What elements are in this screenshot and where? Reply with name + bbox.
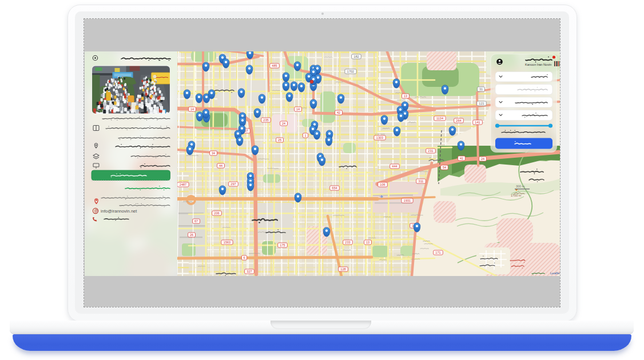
svg-text:1563: 1563 [224,241,230,244]
svg-text:67: 67 [194,219,198,223]
svg-text:1931: 1931 [404,199,411,202]
svg-text:2487: 2487 [180,183,186,186]
svg-text:121: 121 [479,102,484,105]
svg-text:233: 233 [345,241,350,244]
svg-text:13: 13 [404,94,407,98]
svg-text:444: 444 [392,165,397,168]
svg-text:42: 42 [337,111,340,114]
svg-text:206: 206 [214,211,219,215]
svg-text:Leaflet: Leaflet [550,271,560,275]
svg-text:106: 106 [380,183,385,186]
svg-text:@: @ [94,209,98,213]
svg-text:327: 327 [247,270,252,273]
svg-text:264: 264 [456,119,461,122]
svg-text:info@irannovin.net: info@irannovin.net [101,209,137,214]
svg-text:235: 235 [263,118,268,122]
svg-text:231: 231 [428,149,433,153]
svg-text:31: 31 [479,87,483,91]
svg-text:44: 44 [219,164,222,167]
svg-text:311: 311 [419,179,424,183]
svg-text:1700 m: 1700 m [511,194,522,197]
svg-text:128: 128 [340,267,345,271]
svg-text:26: 26 [190,233,193,237]
svg-text:Kanoon Iran Novin: Kanoon Iran Novin [525,63,551,66]
svg-text:34: 34 [212,151,215,155]
svg-text:485: 485 [272,64,277,67]
svg-text:13: 13 [366,241,369,244]
svg-text:41: 41 [460,157,463,160]
svg-text:24: 24 [282,122,285,125]
svg-text:1702: 1702 [347,70,354,73]
svg-text:175: 175 [280,243,285,247]
svg-text:182: 182 [353,55,359,58]
svg-text:1: 1 [304,134,306,137]
svg-text:1134: 1134 [436,117,443,120]
svg-text:171: 171 [435,251,440,254]
svg-text:297: 297 [230,182,236,186]
svg-text:14: 14 [296,107,300,111]
svg-text:25: 25 [278,138,281,142]
svg-text:300 m: 300 m [516,185,525,188]
svg-text:1303: 1303 [376,136,383,139]
svg-text:654: 654 [332,186,337,190]
svg-text:141: 141 [475,121,480,124]
svg-text:24: 24 [481,157,484,161]
svg-text:14: 14 [190,107,194,111]
svg-text:6: 6 [243,256,245,259]
svg-text:54: 54 [443,166,446,169]
